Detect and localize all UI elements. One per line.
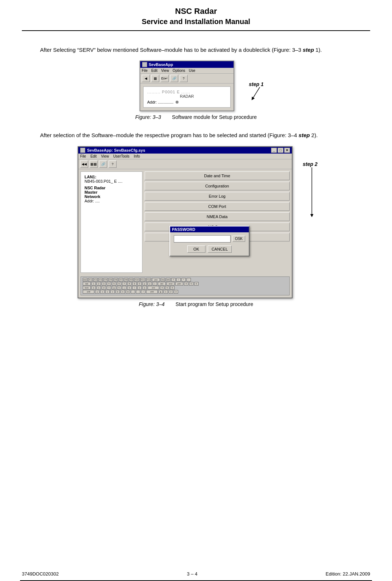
- btn-date-time[interactable]: Date and Time: [145, 171, 290, 180]
- win2-toolbar-back[interactable]: ◀◀: [80, 160, 88, 168]
- win2-right-panel: Date and Time Configuration Error Log CO…: [145, 171, 290, 273]
- kb-numpad-4: 4: [184, 282, 188, 286]
- win1-menu-edit: Edit: [151, 69, 157, 73]
- kb-o-key: o: [137, 286, 142, 290]
- pwd-cancel-button[interactable]: CANCEL: [208, 245, 232, 253]
- kb-l: l: [132, 286, 137, 290]
- kb-row-shift: shft y x c v b n m , . / shft ▲: [83, 290, 287, 294]
- kb-f1: F1: [88, 278, 93, 282]
- kb-numpad-slash: /: [176, 278, 181, 282]
- kb-2: 2: [97, 282, 101, 286]
- fig2-description: Start program for Setup procedure: [176, 301, 253, 307]
- step-bold-2: step: [299, 132, 310, 138]
- win2-icon: [80, 148, 85, 153]
- kb-dot: .: [136, 290, 140, 294]
- kb-numpad-pgdn: 3: [174, 290, 178, 294]
- para1-text: After Selecting “SERV” below mentioned S…: [40, 47, 322, 53]
- win2-menu-file: File: [80, 154, 86, 158]
- kb-brk: brk: [166, 278, 170, 282]
- kb-row-fn: esc F1 F2 F3 F4 F5 F6 F7 F8 F9 F10 F11: [83, 278, 287, 282]
- kb-prtsc: psc: [152, 278, 160, 282]
- kb-comma: ,: [131, 290, 135, 294]
- kb-f: f: [107, 286, 111, 290]
- osk-button[interactable]: OSK: [232, 236, 245, 242]
- win2-title: SevBaseApp: SevBaseCfg.sys: [87, 148, 145, 152]
- kb-f11: F11: [140, 278, 145, 282]
- kb-n: n: [121, 290, 125, 294]
- kb-numpad-7: 7: [171, 278, 176, 282]
- toolbar-btn-link[interactable]: 🔗: [170, 75, 178, 82]
- kb-s: s: [97, 286, 101, 290]
- kb-f5: F5: [109, 278, 113, 282]
- kb-c: c: [105, 290, 110, 294]
- win2-toolbar-help[interactable]: ?: [109, 160, 117, 168]
- btn-nmea-data[interactable]: NMEA Data: [145, 212, 290, 221]
- toolbar-btn-grid[interactable]: ▦: [151, 75, 159, 82]
- kb-9: 9: [132, 282, 137, 286]
- win2-minimize-btn[interactable]: _: [271, 148, 277, 153]
- kb-enter: ent: [148, 286, 159, 290]
- figure-2-window: SevBaseApp: SevBaseCfg.sys _ □ ✕ File Ed…: [78, 146, 293, 298]
- toolbar-btn-back[interactable]: ◀: [142, 75, 150, 82]
- kb-row-letters: lock a s d f g h j k l o a ent: [83, 286, 287, 290]
- win2-nb: NB45-003.P01_ E ....: [85, 179, 138, 183]
- kb-f9: F9: [129, 278, 133, 282]
- main-content: After Selecting “SERV” below mentioned S…: [0, 35, 392, 314]
- win2-restore-btn[interactable]: □: [278, 148, 283, 153]
- win2-toolbar-grid[interactable]: ▦▦: [90, 160, 98, 168]
- kb-pgdn: pdn: [175, 282, 183, 286]
- win2-menu-view: View: [101, 154, 109, 158]
- kb-f10: F10: [134, 278, 139, 282]
- header-divider: [22, 30, 370, 31]
- kb-caps: lock: [83, 286, 91, 290]
- win2-network: Network: [85, 194, 138, 199]
- kb-j: j: [122, 286, 126, 290]
- toolbar-btn-help[interactable]: ?: [180, 75, 188, 82]
- kb-f6: F6: [114, 278, 118, 282]
- pwd-ok-button[interactable]: OK: [187, 245, 205, 253]
- win2-menu-usertools: UserTools: [113, 154, 129, 158]
- kb-8: 8: [127, 282, 132, 286]
- kb-numpad-end: 1: [164, 290, 168, 294]
- fig2-number: Figure: 3–4: [139, 301, 165, 307]
- win2-master: Master: [85, 190, 138, 194]
- kb-m: m: [126, 290, 130, 294]
- paragraph-2: After selection of the Software–module t…: [40, 131, 352, 139]
- step2-annotation: step 2: [303, 161, 321, 219]
- kb-f8: F8: [124, 278, 128, 282]
- btn-error-log[interactable]: Error Log: [145, 192, 290, 201]
- win2-title-btns: _ □ ✕: [271, 148, 290, 153]
- win2-nsc: NSC Radar: [85, 186, 138, 190]
- svg-text:step 2: step 2: [303, 161, 318, 167]
- keyboard-strip: esc F1 F2 F3 F4 F5 F6 F7 F8 F9 F10 F11: [81, 276, 290, 295]
- kb-f12: F12: [146, 278, 151, 282]
- kb-row-num: tab 1 2 3 4 5 6 7 8 9 0 p u: [83, 282, 287, 286]
- win2-toolbar-link[interactable]: 🔗: [99, 160, 107, 168]
- figure-1-window: SevBaseApp File Edit View Options Use ◀ …: [140, 61, 234, 111]
- kb-b: b: [115, 290, 120, 294]
- win1-menu-options: Options: [173, 69, 185, 73]
- btn-com-port[interactable]: COM Port: [145, 202, 290, 211]
- win1-radar: RADAR: [147, 94, 227, 98]
- paragraph-1: After Selecting “SERV” below mentioned S…: [40, 46, 352, 54]
- win1-icon: [142, 62, 147, 67]
- pwd-btn-row: OK CANCEL: [174, 245, 245, 253]
- win1-addr-text: Addr: ..............: [147, 100, 173, 104]
- pwd-titlebar: PASSWORD: [170, 226, 249, 232]
- toolbar-btn-enter[interactable]: En↵: [161, 75, 169, 82]
- kb-i-key: i: [153, 282, 157, 286]
- kb-shift-left: shft: [83, 290, 94, 294]
- kb-tab: tab: [83, 282, 91, 286]
- btn-configuration[interactable]: Configuration: [145, 182, 290, 190]
- figure-1-caption: Figure: 3–3 Software module for Setup pr…: [135, 114, 257, 120]
- win2-close-btn[interactable]: ✕: [284, 148, 290, 153]
- kb-a: a: [91, 286, 96, 290]
- win2-titlebar: SevBaseApp: SevBaseCfg.sys _ □ ✕: [78, 147, 292, 154]
- pwd-input-field[interactable]: [174, 235, 231, 243]
- win2-left-panel: LAN1: NB45-003.P01_ E .... NSC Radar Mas…: [81, 171, 142, 273]
- win2-menu-edit: Edit: [90, 154, 97, 158]
- kb-numpad-1: 4: [160, 286, 164, 290]
- header-subtitle: Service and Installation Manual: [0, 18, 392, 26]
- kb-numpad-star: *: [181, 278, 186, 282]
- kb-4: 4: [107, 282, 111, 286]
